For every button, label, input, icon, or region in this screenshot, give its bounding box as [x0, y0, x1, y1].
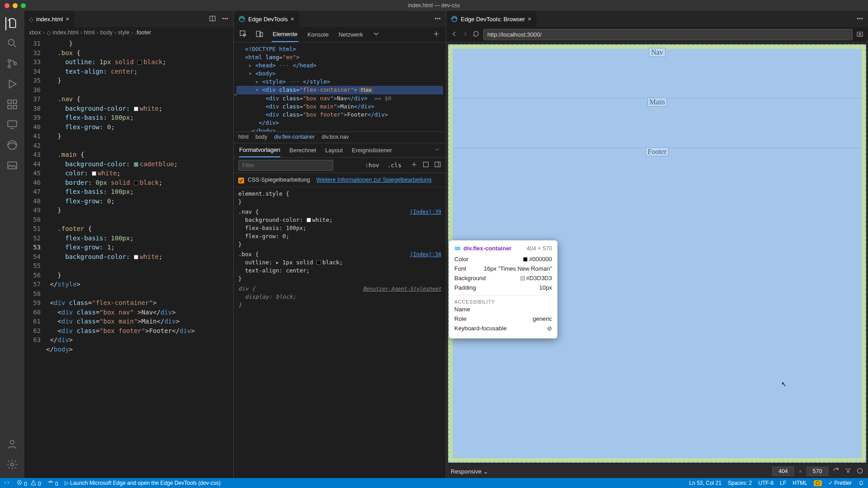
- breadcrumb-item[interactable]: index.html: [53, 29, 79, 36]
- svg-point-11: [10, 440, 14, 444]
- minimize-window-button[interactable]: [13, 3, 18, 8]
- close-window-button[interactable]: [5, 3, 9, 8]
- breadcrumb-item[interactable]: body: [100, 29, 113, 36]
- svg-rect-21: [240, 31, 245, 36]
- new-style-rule-icon[interactable]: [410, 161, 418, 169]
- split-editor-icon[interactable]: [209, 15, 216, 23]
- code-editor[interactable]: 3132333435363738394041424344454647484950…: [24, 38, 233, 478]
- rule-selector[interactable]: .box {: [238, 251, 259, 258]
- rotate-icon[interactable]: [833, 467, 840, 476]
- breadcrumb-item[interactable]: html: [84, 29, 95, 36]
- search-icon[interactable]: [6, 38, 18, 51]
- styles-pane[interactable]: element.style { } (Index):39 .nav { back…: [234, 187, 446, 478]
- edge-tools-icon[interactable]: [6, 139, 18, 152]
- source-control-icon[interactable]: [6, 58, 18, 71]
- css-mirror-checkbox[interactable]: [238, 178, 244, 183]
- dom-path-item[interactable]: div.box.nav: [322, 134, 349, 140]
- explorer-icon[interactable]: [5, 17, 18, 30]
- tab-console[interactable]: Konsole: [307, 28, 330, 42]
- more-tabs-icon[interactable]: [434, 146, 440, 154]
- ellipsis-icon[interactable]: ⋯: [234, 90, 236, 99]
- prettier-status[interactable]: ✓ Prettier: [828, 480, 852, 486]
- viewport-height-input[interactable]: [807, 467, 828, 476]
- breadcrumb[interactable]: xbox› ◇index.html› html› body› style› .f…: [24, 27, 233, 38]
- zoom-window-button[interactable]: [21, 3, 26, 8]
- close-icon[interactable]: ×: [290, 15, 294, 23]
- tab-elements[interactable]: Elemente: [272, 27, 298, 42]
- tab-listeners[interactable]: Ereignislistener: [352, 144, 392, 157]
- more-actions-icon[interactable]: [856, 15, 863, 23]
- emulate-css-icon[interactable]: [856, 467, 863, 476]
- hov-toggle[interactable]: :hov: [365, 162, 379, 169]
- svg-point-18: [435, 18, 436, 19]
- remote-explorer-icon[interactable]: [6, 119, 18, 132]
- language-mode[interactable]: HTML: [793, 480, 807, 486]
- styles-filter-input[interactable]: [238, 160, 333, 171]
- nav-forward-icon[interactable]: [462, 30, 469, 39]
- image-preview-icon[interactable]: [6, 160, 18, 173]
- devtools-tab[interactable]: Edge DevTools ×: [234, 11, 299, 27]
- svg-point-14: [222, 18, 223, 19]
- toggle-sidebar-icon[interactable]: [434, 161, 441, 169]
- devtools-tab-label: Edge DevTools: [248, 16, 288, 23]
- responsive-dropdown[interactable]: Responsive ⌄: [451, 468, 488, 475]
- launch-edge-button[interactable]: ▷ Launch Microsoft Edge and open the Edg…: [65, 480, 221, 486]
- dom-path-item[interactable]: body: [255, 134, 267, 140]
- cls-toggle[interactable]: .cls: [387, 162, 401, 169]
- viewport-width-input[interactable]: [772, 467, 794, 476]
- notifications-icon[interactable]: [858, 479, 864, 487]
- devtools-toolbar: Elemente Konsole Netzwerk: [234, 27, 446, 42]
- more-actions-icon[interactable]: [222, 15, 229, 23]
- emulate-vision-icon[interactable]: [844, 467, 852, 476]
- css-mirror-row: CSS-Spiegelbearbeitung Weitere Informati…: [234, 173, 446, 187]
- tabnine-badge[interactable]: ⬡: [814, 480, 822, 486]
- dom-breadcrumb[interactable]: html body div.flex-container div.box.nav: [234, 132, 446, 143]
- css-mirror-link[interactable]: Weitere Informationen zur Spiegelbearbei…: [316, 177, 432, 183]
- toggle-computed-icon[interactable]: [422, 161, 429, 169]
- editor-tab-index[interactable]: ◇ index.html ×: [24, 11, 74, 27]
- add-tab-icon[interactable]: [432, 30, 440, 39]
- nav-back-icon[interactable]: [451, 30, 458, 39]
- tab-computed[interactable]: Berechnet: [289, 144, 316, 157]
- settings-gear-icon[interactable]: [6, 459, 18, 472]
- eol[interactable]: LF: [780, 480, 786, 486]
- tab-network[interactable]: Netzwerk: [338, 28, 364, 42]
- flex-badge[interactable]: flex: [359, 88, 373, 93]
- breadcrumb-item[interactable]: .footer: [135, 29, 151, 36]
- page-box-main: Main: [647, 98, 667, 107]
- extensions-icon[interactable]: [6, 99, 18, 112]
- rule-source-link[interactable]: (Index):34: [410, 250, 441, 258]
- indentation[interactable]: Spaces: 2: [728, 480, 752, 486]
- dom-path-item[interactable]: div.flex-container: [274, 134, 315, 140]
- breadcrumb-item[interactable]: xbox: [29, 29, 41, 36]
- close-icon[interactable]: ×: [66, 15, 69, 23]
- accounts-icon[interactable]: [6, 438, 18, 451]
- device-toolbar-icon[interactable]: [255, 30, 264, 39]
- cursor-position[interactable]: Ln 53, Col 21: [689, 480, 722, 486]
- browser-tab[interactable]: Edge DevTools: Browser ×: [446, 11, 537, 27]
- more-actions-icon[interactable]: [434, 15, 441, 23]
- close-icon[interactable]: ×: [528, 15, 531, 23]
- browser-viewport[interactable]: Nav Main Footer ↖ div.flex-container 404…: [446, 42, 868, 465]
- ports-indicator[interactable]: 0: [47, 479, 58, 487]
- url-input[interactable]: [483, 29, 853, 40]
- rule-source-label: Benutzer-Agent-Stylesheet: [363, 285, 441, 293]
- encoding[interactable]: UTF-8: [758, 480, 774, 486]
- reload-icon[interactable]: [472, 30, 480, 39]
- dom-tree[interactable]: ⋯ <!DOCTYPE html> <html lang="en"> ▸ <he…: [234, 42, 446, 132]
- tab-layout[interactable]: Layout: [325, 144, 343, 157]
- breadcrumb-item[interactable]: style: [118, 29, 130, 36]
- dom-path-item[interactable]: html: [238, 134, 249, 140]
- more-tabs-icon[interactable]: [372, 30, 380, 39]
- run-debug-icon[interactable]: [6, 78, 18, 91]
- inspect-element-icon[interactable]: [239, 30, 247, 39]
- problems-indicator[interactable]: 0 0: [16, 479, 41, 487]
- remote-indicator[interactable]: [4, 479, 10, 487]
- code-content[interactable]: } .box { outline: 1px solid black; text-…: [44, 38, 233, 478]
- tab-styles[interactable]: Formatvorlagen: [239, 143, 280, 157]
- rule-selector[interactable]: element.style {: [238, 190, 289, 197]
- screenshot-icon[interactable]: [856, 30, 863, 39]
- svg-point-27: [857, 18, 858, 19]
- rule-selector[interactable]: .nav {: [238, 208, 259, 215]
- rule-source-link[interactable]: (Index):39: [410, 208, 441, 216]
